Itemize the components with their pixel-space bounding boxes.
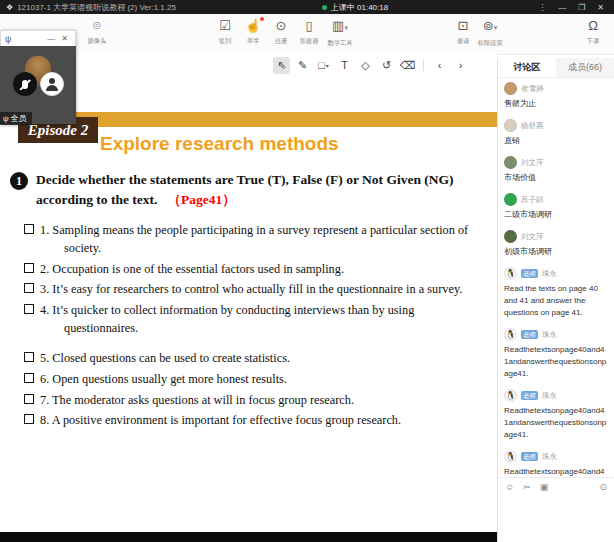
member-button[interactable]	[40, 72, 64, 96]
close-icon[interactable]: ✕	[593, 3, 608, 12]
teaching-tools-button[interactable]: ▥▾ 教学工具	[318, 18, 362, 48]
chat-message: 刘文萍 市场价值	[504, 156, 608, 184]
chat-message: 吕子娟 二级市场调研	[504, 193, 608, 221]
checkbox-icon[interactable]	[24, 414, 34, 424]
teacher-badge: 老师	[521, 452, 538, 461]
select-tool[interactable]: ⇖	[273, 57, 290, 74]
chat-input-toolbar: ☺ ✂ ▣ ⊙	[498, 477, 614, 496]
chevron-right-icon: ›	[459, 59, 463, 71]
minimize-icon[interactable]: —	[44, 34, 58, 43]
chat-message: 刘文萍 初级市场调研	[504, 230, 608, 258]
checkbox-icon[interactable]	[24, 394, 34, 404]
image-icon[interactable]: ▣	[540, 482, 549, 492]
camera-icon: ⌾	[78, 18, 116, 34]
avatar	[504, 82, 517, 95]
chat-message-list[interactable]: 崔雪婷 售罄为止 杨舒惠 直销 刘文萍 市场价值 吕子娟 二级市场调研 刘文萍 …	[498, 78, 614, 477]
undo-button[interactable]: ↺	[378, 57, 395, 74]
statement-item: 2. Occupation is one of the essential fa…	[24, 261, 490, 279]
eraser-icon: ◇	[361, 59, 369, 72]
menu-icon[interactable]: ⋮	[534, 3, 550, 12]
audio-scope-badge: ψ 全员	[0, 112, 32, 125]
speaker-icon: ψ	[3, 114, 9, 123]
next-page-button[interactable]: ›	[452, 57, 469, 74]
slide-canvas: Episode 2 Explore research methods 1 Dec…	[0, 76, 497, 532]
statement-item: 6. Open questions usually get more hones…	[24, 371, 490, 389]
toolbar-divider	[423, 59, 424, 71]
text-icon: T	[341, 59, 348, 71]
teacher-badge: 老师	[521, 391, 538, 400]
teaching-tools-icon: ▥▾	[318, 18, 362, 36]
pen-icon: ✎	[298, 59, 307, 72]
checkbox-icon[interactable]	[24, 373, 34, 383]
statement-item: 1. Sampling means the people participati…	[24, 222, 490, 258]
teacher-badge: 老师	[521, 269, 538, 278]
qq-avatar: 🐧	[504, 450, 517, 463]
checkbox-icon[interactable]	[24, 263, 34, 273]
task-number-badge: 1	[10, 172, 28, 190]
avatar	[504, 156, 517, 169]
checkbox-icon[interactable]	[24, 304, 34, 314]
trash-icon: ⌫	[400, 59, 416, 72]
statements-list: 1. Sampling means the people participati…	[24, 222, 490, 433]
chevron-down-icon: ▾	[344, 24, 348, 31]
emoji-icon[interactable]: ☺	[505, 482, 514, 492]
qq-avatar: 🐧	[504, 267, 517, 280]
chevron-left-icon: ‹	[438, 59, 442, 71]
permissions-button[interactable]: ⊚▾ 权限设置	[468, 18, 512, 48]
avatar	[504, 193, 517, 206]
chat-message: 🐧老师珠永 Readthetextsonpage40and41andanswer…	[504, 389, 608, 441]
clear-button[interactable]: ⌫	[399, 57, 416, 74]
end-class-bell-icon: Ω	[574, 18, 612, 34]
shape-tool[interactable]: □▾	[315, 57, 332, 74]
sidebar-tabs: 讨论区 成员(66)	[498, 58, 614, 78]
mute-mic-button[interactable]	[13, 72, 37, 96]
avatar	[504, 230, 517, 243]
chat-input[interactable]	[498, 496, 614, 542]
person-icon	[46, 78, 58, 90]
permissions-icon: ⊚▾	[468, 18, 512, 36]
app-logo-icon: ❖	[6, 3, 13, 12]
video-feed: ψ 全员	[0, 46, 76, 124]
qq-avatar: 🐧	[504, 389, 517, 402]
class-status-timer: 上课中 01:40:18	[331, 2, 388, 13]
page-reference: （Page41）	[168, 192, 236, 207]
slide-header-band	[56, 112, 497, 127]
minimize-icon[interactable]: —	[554, 3, 570, 12]
camera-button[interactable]: ⌾ 摄像头	[78, 18, 116, 46]
checkbox-icon[interactable]	[24, 224, 34, 234]
maximize-icon[interactable]: ❐	[574, 3, 589, 12]
chat-message: 🐧老师珠永 Read the texts on page 40 and 41 a…	[504, 267, 608, 319]
screenshot-icon[interactable]: ✂	[523, 482, 531, 492]
eraser-tool[interactable]: ◇	[357, 57, 374, 74]
end-class-button[interactable]: Ω 下课	[574, 18, 612, 46]
text-tool[interactable]: T	[336, 57, 353, 74]
chevron-down-icon: ▾	[494, 24, 498, 31]
teacher-badge: 老师	[521, 330, 538, 339]
classroom-app-window: ❖ 121037-1 大学英语视听说教程 (2) Ver:1.1.25 上课中 …	[0, 0, 614, 542]
chat-message: 崔雪婷 售罄为止	[504, 82, 608, 110]
chat-message: 🐧老师珠永 Readthetextsonpage40and41andanswer…	[504, 328, 608, 380]
bottom-black-strip	[0, 532, 497, 542]
statement-item: 8. A positive environment is important f…	[24, 412, 490, 430]
checkbox-icon[interactable]	[24, 352, 34, 362]
close-icon[interactable]: ✕	[58, 34, 71, 43]
tab-discussion[interactable]: 讨论区	[498, 58, 556, 77]
avatar	[504, 119, 517, 132]
teacher-video-window[interactable]: ψ — ✕ ψ 全员	[0, 30, 76, 124]
undo-icon: ↺	[382, 59, 391, 72]
checkbox-icon[interactable]	[24, 283, 34, 293]
pen-tool[interactable]: ✎	[294, 57, 311, 74]
prev-page-button[interactable]: ‹	[431, 57, 448, 74]
chat-settings-icon[interactable]: ⊙	[599, 482, 607, 492]
chat-message: 🐧老师珠永 Readthetextsonpage40and41andanswer…	[504, 450, 608, 477]
mic-muted-icon	[22, 80, 28, 89]
statement-item: 4. It’s quicker to collect information b…	[24, 302, 490, 338]
class-status-dot	[322, 5, 327, 10]
statement-item: 3. It’s easy for researchers to control …	[24, 281, 490, 299]
rectangle-icon: □	[318, 59, 325, 71]
mic-icon: ψ	[5, 34, 11, 44]
tab-members[interactable]: 成员(66)	[556, 58, 614, 77]
main-toolbar: ⌾ 摄像头 ☑ 签到 ☝ 举手 ⊙ 连麦 ▯ 答题器 ▥▾ 教学工具 ⊡ 邀请 …	[0, 14, 614, 55]
slide-title: Explore research methods	[100, 133, 339, 155]
task-instruction: Decide whether the statements are True (…	[36, 170, 488, 209]
